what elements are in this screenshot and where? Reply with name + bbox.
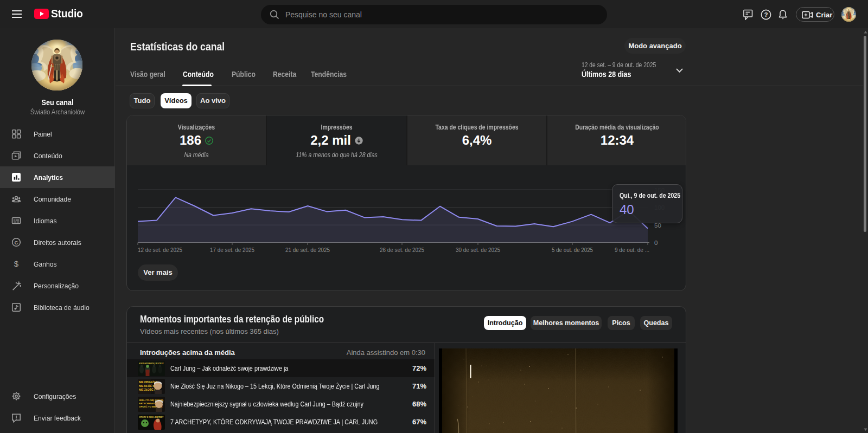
svg-text:$: $ <box>14 259 19 268</box>
svg-text:KIM NAPRAWDĘ JESTEŚ?: KIM NAPRAWDĘ JESTEŚ? <box>139 362 164 365</box>
svg-text:0: 0 <box>654 240 658 246</box>
svg-text:5 de out. de 2025: 5 de out. de 2025 <box>552 247 593 253</box>
svg-text:9 de out. de ...: 9 de out. de ... <box>615 247 649 253</box>
svg-text:26 de set. de 2025: 26 de set. de 2025 <box>380 247 424 253</box>
svg-text:21 de set. de 2025: 21 de set. de 2025 <box>285 247 330 253</box>
svg-text:C: C <box>15 240 18 245</box>
svg-text:?: ? <box>764 11 768 18</box>
svg-text:NATYCHMIAST: NATYCHMIAST <box>139 402 156 405</box>
svg-text:KTÓRY Z NICH JESTEŚ?: KTÓRY Z NICH JESTEŚ? <box>139 416 164 418</box>
svg-text:17 de set. de 2025: 17 de set. de 2025 <box>210 247 254 253</box>
svg-text:12 de set. de 2025: 12 de set. de 2025 <box>138 247 182 253</box>
svg-text:30 de set. de 2025: 30 de set. de 2025 <box>456 247 500 253</box>
